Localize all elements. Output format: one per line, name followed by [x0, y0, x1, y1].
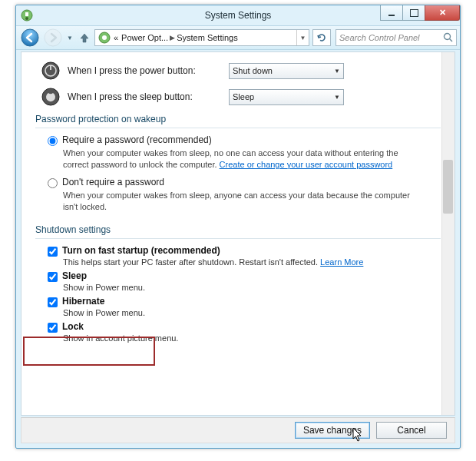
- address-breadcrumb[interactable]: « Power Opt... ▶ System Settings ▼: [94, 29, 309, 46]
- require-password-label: Require a password (recommended): [62, 134, 212, 145]
- shutdown-section-title: Shutdown settings: [35, 224, 441, 235]
- chevron-down-icon: ▼: [334, 68, 340, 75]
- up-button[interactable]: [76, 28, 93, 48]
- sleep-button-row: When I press the sleep button: Sleep ▼: [41, 88, 441, 106]
- fast-startup-desc: This helps start your PC faster after sh…: [63, 257, 441, 267]
- navigation-bar: ▼ « Power Opt... ▶ System Settings ▼ Sea…: [16, 25, 460, 50]
- maximize-button[interactable]: [402, 5, 425, 21]
- cancel-button[interactable]: Cancel: [376, 422, 447, 439]
- power-button-label: When I press the power button:: [68, 65, 229, 76]
- divider: [35, 238, 441, 239]
- svg-rect-1: [25, 12, 28, 16]
- search-icon: [443, 32, 453, 44]
- search-input[interactable]: Search Control Panel: [336, 29, 457, 46]
- password-section-title: Password protection on wakeup: [35, 114, 441, 124]
- sleep-button-label: When I press the sleep button:: [68, 91, 229, 102]
- dont-require-password-radio[interactable]: Don't require a password: [48, 177, 441, 188]
- power-button-row: When I press the power button: Shut down…: [41, 61, 441, 80]
- require-password-radio[interactable]: Require a password (recommended): [48, 134, 441, 146]
- svg-line-8: [450, 38, 453, 41]
- svg-point-6: [102, 35, 107, 40]
- breadcrumb-level1[interactable]: Power Opt...: [121, 33, 168, 42]
- breadcrumb-root-marker: «: [114, 33, 118, 42]
- breadcrumb-level2[interactable]: System Settings: [177, 33, 237, 42]
- hibernate-checkbox-label: Hibernate: [62, 296, 104, 307]
- hibernate-checkbox-input[interactable]: [48, 297, 58, 307]
- fast-startup-label: Turn on fast startup (recommended): [62, 245, 220, 256]
- scrollbar-thumb[interactable]: [443, 160, 453, 214]
- svg-point-2: [25, 17, 28, 20]
- sleep-button-dropdown[interactable]: Sleep ▼: [229, 89, 344, 105]
- power-options-icon: [98, 31, 111, 45]
- power-button-icon: [41, 61, 60, 80]
- sleep-button-icon: [41, 88, 60, 106]
- sleep-checkbox-input[interactable]: [48, 272, 58, 282]
- chevron-right-icon: ▶: [170, 34, 175, 41]
- close-button[interactable]: [425, 5, 460, 21]
- create-password-link[interactable]: Create or change your user account passw…: [220, 160, 393, 169]
- dont-require-password-desc: When your computer wakes from sleep, any…: [63, 190, 424, 213]
- fast-startup-checkbox[interactable]: Turn on fast startup (recommended): [48, 245, 441, 257]
- fast-startup-input[interactable]: [48, 247, 58, 257]
- sleep-checkbox[interactable]: Sleep: [48, 270, 441, 282]
- titlebar: System Settings: [16, 5, 460, 25]
- back-button[interactable]: [19, 28, 41, 48]
- window-title: System Settings: [205, 10, 272, 21]
- sleep-checkbox-desc: Show in Power menu.: [63, 283, 441, 292]
- system-settings-window: System Settings ▼ « Power Opt... ▶ Syste…: [15, 5, 461, 449]
- dont-require-password-input[interactable]: [48, 178, 58, 188]
- window-controls: [381, 5, 460, 21]
- svg-point-3: [21, 29, 38, 46]
- power-button-dropdown[interactable]: Shut down ▼: [229, 63, 344, 79]
- require-password-input[interactable]: [48, 136, 58, 146]
- save-changes-button[interactable]: Save changes: [295, 422, 370, 439]
- svg-point-4: [45, 29, 61, 46]
- forward-button: [42, 28, 64, 48]
- require-password-desc: When your computer wakes from sleep, no …: [63, 148, 424, 171]
- sleep-checkbox-label: Sleep: [62, 270, 87, 281]
- dont-require-password-label: Don't require a password: [62, 177, 164, 187]
- power-button-value: Shut down: [233, 66, 273, 75]
- breadcrumb-dropdown[interactable]: ▼: [296, 30, 309, 45]
- lock-checkbox-desc: Show in account picture menu.: [63, 333, 441, 343]
- footer-bar: Save changes Cancel: [21, 417, 455, 443]
- search-placeholder: Search Control Panel: [339, 33, 420, 42]
- learn-more-link[interactable]: Learn More: [320, 257, 363, 267]
- control-panel-icon: [21, 9, 33, 22]
- hibernate-checkbox-desc: Show in Power menu.: [63, 308, 441, 317]
- lock-checkbox-input[interactable]: [48, 323, 58, 333]
- lock-checkbox-label: Lock: [62, 321, 84, 332]
- chevron-down-icon: ▼: [334, 94, 340, 101]
- refresh-button[interactable]: [312, 29, 331, 46]
- sleep-button-value: Sleep: [233, 92, 254, 101]
- svg-point-7: [445, 33, 451, 39]
- lock-checkbox[interactable]: Lock: [48, 321, 441, 333]
- minimize-button[interactable]: [380, 5, 403, 21]
- content-area: When I press the power button: Shut down…: [21, 51, 455, 416]
- divider: [35, 128, 441, 128]
- vertical-scrollbar[interactable]: [441, 52, 455, 415]
- hibernate-checkbox[interactable]: Hibernate: [48, 296, 441, 307]
- recent-chevron-icon[interactable]: ▼: [67, 35, 73, 41]
